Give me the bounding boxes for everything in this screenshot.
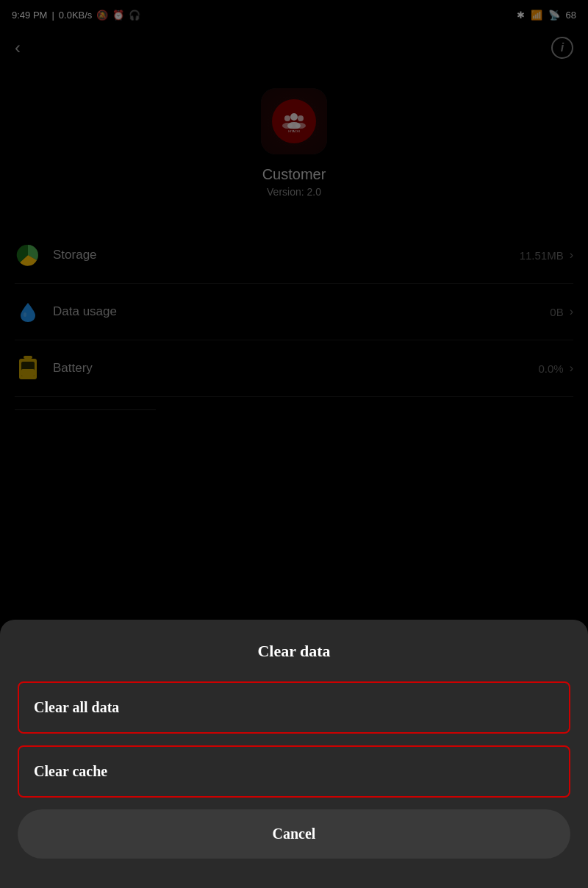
boundary-text: ————————————————	[15, 404, 156, 415]
back-icon: ‹	[15, 37, 21, 57]
app-icon: HITACHI	[261, 88, 327, 154]
app-icon-inner: HITACHI	[261, 88, 327, 154]
cancel-button[interactable]: Cancel	[18, 809, 570, 859]
svg-point-10	[24, 312, 26, 317]
data-usage-value: 0B	[550, 306, 563, 318]
battery-chevron: ›	[570, 362, 573, 375]
network-speed: |	[51, 10, 54, 21]
info-button[interactable]: i	[551, 37, 573, 59]
status-right: ✱ 📶 📡 68	[517, 10, 576, 21]
time: 9:49 PM	[12, 10, 47, 21]
data-usage-icon	[15, 298, 41, 325]
data-usage-item[interactable]: Data usage 0B ›	[15, 284, 573, 340]
svg-rect-11	[24, 356, 32, 359]
svg-text:HITACHI: HITACHI	[288, 129, 300, 133]
svg-point-4	[282, 123, 293, 129]
wifi-icon: 📡	[548, 10, 560, 21]
bluetooth-icon: ✱	[517, 10, 525, 21]
network-speed-value: 0.0KB/s	[59, 10, 93, 21]
battery-item[interactable]: Battery 0.0% ›	[15, 340, 573, 397]
back-button[interactable]: ‹	[15, 37, 21, 58]
app-version: Version: 2.0	[267, 186, 321, 198]
app-logo-svg: HITACHI	[278, 105, 310, 137]
svg-point-1	[290, 113, 298, 121]
headphone-icon: 🎧	[129, 10, 140, 21]
alarm-icon: ⏰	[112, 10, 124, 21]
svg-point-5	[298, 115, 304, 121]
storage-icon	[15, 242, 41, 268]
app-name: Customer	[262, 166, 326, 183]
signal-icon: 📶	[531, 10, 542, 21]
mute-icon: 🔕	[96, 10, 108, 21]
battery-value: 0.0%	[538, 362, 563, 375]
svg-point-3	[284, 115, 290, 121]
clear-cache-button[interactable]: Clear cache	[18, 745, 570, 798]
battery-svg-icon	[18, 356, 38, 381]
boundary-row: ————————————————	[0, 397, 588, 422]
storage-item[interactable]: Storage 11.51MB ›	[15, 227, 573, 284]
clear-all-data-button[interactable]: Clear all data	[18, 681, 570, 734]
svg-rect-14	[21, 369, 35, 376]
clear-data-dialog: Clear data Clear all data Clear cache Ca…	[0, 620, 588, 888]
app-info-section: HITACHI Customer Version: 2.0	[0, 66, 588, 227]
top-nav: ‹ i	[0, 29, 588, 66]
info-icon: i	[561, 41, 564, 54]
data-usage-label: Data usage	[53, 304, 550, 319]
storage-chevron: ›	[570, 248, 573, 262]
dialog-title: Clear data	[18, 642, 570, 661]
storage-value: 11.51MB	[520, 249, 564, 262]
pie-chart-icon	[16, 243, 40, 267]
info-list: Storage 11.51MB › Data usage 0B › Batter…	[0, 227, 588, 397]
water-drop-icon	[16, 300, 40, 323]
svg-point-6	[295, 123, 306, 129]
status-left: 9:49 PM | 0.0KB/s 🔕 ⏰ 🎧	[12, 10, 140, 21]
data-usage-chevron: ›	[570, 305, 573, 318]
storage-label: Storage	[53, 248, 520, 262]
battery-item-icon	[15, 355, 41, 382]
battery-indicator: 68	[566, 10, 576, 21]
status-bar: 9:49 PM | 0.0KB/s 🔕 ⏰ 🎧 ✱ 📶 📡 68	[0, 0, 588, 29]
app-icon-badge: HITACHI	[272, 99, 316, 143]
battery-label: Battery	[53, 361, 538, 376]
